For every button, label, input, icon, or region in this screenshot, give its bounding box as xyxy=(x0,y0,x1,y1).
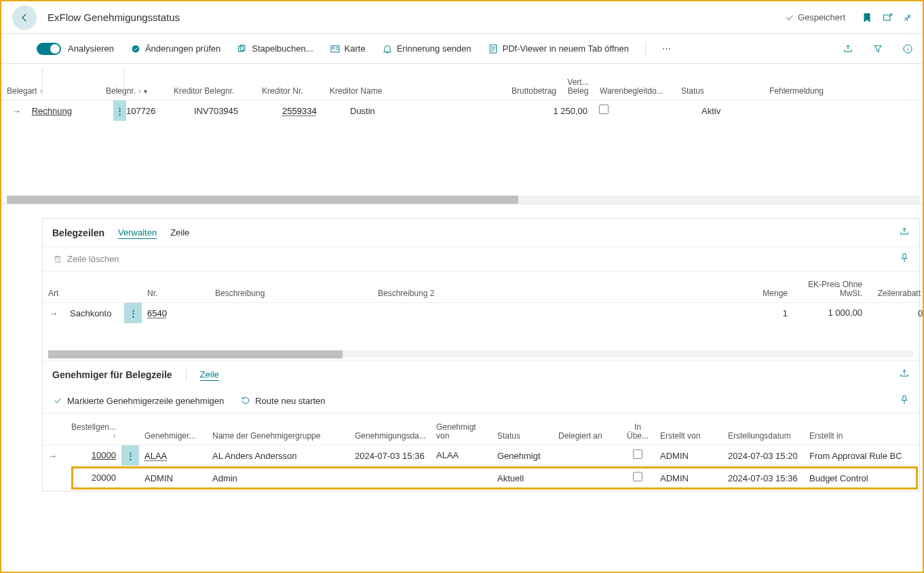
approver-panel-header: Genehmiger für Belegzeile Zeile xyxy=(43,360,919,388)
bell-icon xyxy=(382,43,393,54)
bestell-link[interactable]: 10000 xyxy=(92,450,116,460)
check-changes-button[interactable]: Änderungen prüfen xyxy=(130,43,220,54)
row-menu-button[interactable]: ⋮ xyxy=(124,303,142,323)
belegnr-cell: 107726 xyxy=(126,106,194,116)
card-button[interactable]: Karte xyxy=(330,43,366,54)
menge-cell: 1 xyxy=(725,308,793,318)
back-button[interactable] xyxy=(12,5,37,30)
svg-rect-4 xyxy=(331,45,339,52)
card-icon xyxy=(330,43,341,54)
genehmiger-link[interactable]: ALAA xyxy=(145,451,167,461)
svg-rect-0 xyxy=(884,15,890,20)
kreditor-nr-link[interactable]: 2559334 xyxy=(282,106,317,116)
page-title: ExFlow Genehmigungsstatus xyxy=(47,12,180,23)
collapse-icon[interactable] xyxy=(901,11,915,24)
analyze-toggle[interactable] xyxy=(37,43,61,55)
column-filter-icon[interactable]: ▾ xyxy=(144,88,147,95)
delete-icon xyxy=(52,254,63,265)
saved-label: Gespeichert xyxy=(798,12,845,22)
approver-row[interactable]: → 10000 ⋮ ALAA AL Anders Andersson 2024-… xyxy=(43,445,919,466)
lines-table-row[interactable]: → Sachkonto ⋮ 6540 1 1 000,00 0,0 xyxy=(43,303,919,323)
approver-grid-header: Bestellgen...↑ Genehmiger... Name der Ge… xyxy=(43,413,919,445)
lines-panel: Belegzeilen Verwalten Zeile Zeile lösche… xyxy=(42,218,920,492)
pin-icon[interactable] xyxy=(899,394,910,407)
rabatt-cell: 0,0 xyxy=(868,308,924,318)
uber-checkbox[interactable] xyxy=(633,472,642,481)
row-indicator-icon[interactable]: → xyxy=(43,308,64,318)
row-menu-button[interactable]: ⋮ xyxy=(113,100,126,121)
tab-manage[interactable]: Verwalten xyxy=(118,227,157,238)
svg-point-1 xyxy=(132,45,140,52)
row-menu-button[interactable]: ⋮ xyxy=(121,445,139,466)
bruttobetrag-cell: 1 250,00 xyxy=(499,106,588,116)
restart-icon xyxy=(240,395,251,406)
batch-button[interactable]: Stapelbuchen... xyxy=(237,43,313,54)
belegart-link[interactable]: Rechnung xyxy=(32,106,72,116)
pin-icon[interactable] xyxy=(899,253,910,265)
uber-checkbox[interactable] xyxy=(633,449,642,459)
status-cell: Aktiv xyxy=(701,106,790,116)
approve-selected-button[interactable]: Markierte Genehmigerzeile genehmigen xyxy=(52,395,224,406)
saved-indicator: Gespeichert xyxy=(784,12,845,23)
reminder-button[interactable]: Erinnerung senden xyxy=(382,43,471,54)
lines-grid-header: Art Nr. Beschreibung Beschreibung 2 Meng… xyxy=(43,272,919,303)
page-header: ExFlow Genehmigungsstatus Gespeichert xyxy=(1,1,924,34)
stack-icon xyxy=(237,43,248,54)
bookmark-icon[interactable] xyxy=(860,11,874,24)
popout-icon[interactable] xyxy=(881,11,894,24)
check-icon xyxy=(52,395,63,406)
main-grid-header: Belegart ↑ Belegnr. ↑ ▾ Kreditor Belegnr… xyxy=(1,64,924,100)
pdf-viewer-button[interactable]: PDf-Viewer in neuem Tab öffnen xyxy=(488,43,629,54)
analyze-label: Analysieren xyxy=(68,43,114,54)
tab-line[interactable]: Zeile xyxy=(170,227,189,238)
horizontal-scrollbar[interactable] xyxy=(48,350,914,357)
pdf-icon xyxy=(488,43,499,54)
row-indicator-icon[interactable]: → xyxy=(43,451,58,461)
action-toolbar: Analysieren Änderungen prüfen Stapelbuch… xyxy=(1,34,924,64)
svg-point-5 xyxy=(332,47,334,49)
info-icon[interactable] xyxy=(901,42,915,56)
approver-panel-title: Genehmiger für Belegzeile xyxy=(52,369,172,380)
more-actions-button[interactable]: ⋯ xyxy=(662,43,672,54)
share-icon[interactable] xyxy=(899,226,910,239)
horizontal-scrollbar[interactable] xyxy=(7,196,920,204)
table-row[interactable]: → Rechnung ⋮ 107726 INV703945 2559334 Du… xyxy=(1,100,924,121)
lines-panel-title: Belegzeilen xyxy=(52,227,104,238)
approver-tab-line[interactable]: Zeile xyxy=(200,369,219,380)
art-cell: Sachkonto xyxy=(64,308,124,318)
row-indicator-icon[interactable]: → xyxy=(1,106,32,116)
approver-row-highlighted[interactable]: 20000 ADMIN Admin Aktuell ADMIN 2024-07-… xyxy=(73,468,917,488)
check-badge-icon xyxy=(130,43,141,54)
delete-line-button: Zeile löschen xyxy=(52,254,119,265)
sort-asc-icon[interactable]: ↑ xyxy=(138,88,141,95)
vert-checkbox[interactable] xyxy=(599,105,609,114)
nr-link[interactable]: 6540 xyxy=(147,308,167,318)
ek-cell: 1 000,00 xyxy=(793,303,868,323)
share-icon[interactable] xyxy=(841,42,855,56)
kreditor-name-cell: Dustin xyxy=(350,106,499,116)
filter-icon[interactable] xyxy=(871,42,885,56)
restart-route-button[interactable]: Route neu starten xyxy=(240,395,325,406)
main-grid: Belegart ↑ Belegnr. ↑ ▾ Kreditor Belegnr… xyxy=(1,64,924,204)
share-icon[interactable] xyxy=(899,368,910,381)
kreditor-belegnr-cell: INV703945 xyxy=(194,106,282,116)
